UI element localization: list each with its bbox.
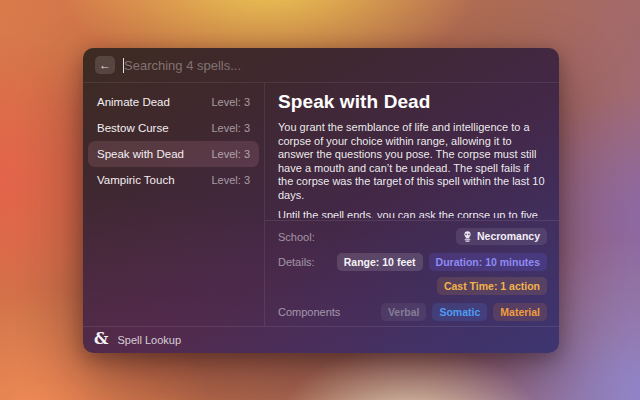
components-label: Components — [278, 303, 340, 318]
range-tag: Range: 10 feet — [337, 253, 423, 271]
content-area: Animate Dead Level: 3 Bestow Curse Level… — [83, 83, 559, 326]
spell-detail-pane: Speak with Dead You grant the semblance … — [265, 83, 559, 326]
spell-level: Level: 3 — [211, 174, 250, 186]
metadata-section: School: Necromancy Details: Range: 10 fe… — [278, 221, 547, 321]
spell-name: Speak with Dead — [97, 148, 184, 160]
school-value: Necromancy — [477, 230, 540, 242]
spell-list: Animate Dead Level: 3 Bestow Curse Level… — [83, 83, 265, 326]
necromancy-icon — [463, 231, 472, 242]
search-input[interactable] — [115, 58, 547, 73]
footer-bar: & Spell Lookup — [83, 326, 559, 353]
page-title: Speak with Dead — [278, 91, 547, 113]
arrow-left-icon: ← — [99, 59, 111, 71]
text-caret — [123, 58, 124, 73]
components-tags: Verbal Somatic Material — [381, 303, 547, 321]
back-button[interactable]: ← — [95, 56, 115, 74]
spell-level: Level: 3 — [211, 148, 250, 160]
search-field — [115, 48, 547, 82]
school-label: School: — [278, 228, 315, 243]
spell-level: Level: 3 — [211, 96, 250, 108]
app-name: Spell Lookup — [117, 334, 181, 346]
list-item-animate-dead[interactable]: Animate Dead Level: 3 — [88, 89, 259, 115]
spell-name: Vampiric Touch — [97, 174, 175, 186]
spell-name: Bestow Curse — [97, 122, 169, 134]
details-label: Details: — [278, 253, 315, 268]
school-tag: Necromancy — [456, 228, 547, 245]
components-row: Components Verbal Somatic Material — [278, 303, 547, 321]
details-tags: Range: 10 feet Duration: 10 minutes Cast… — [337, 253, 547, 295]
details-row: Details: Range: 10 feet Duration: 10 min… — [278, 253, 547, 295]
cast-time-tag: Cast Time: 1 action — [437, 277, 547, 295]
list-item-vampiric-touch[interactable]: Vampiric Touch Level: 3 — [88, 167, 259, 193]
list-item-bestow-curse[interactable]: Bestow Curse Level: 3 — [88, 115, 259, 141]
list-item-speak-with-dead[interactable]: Speak with Dead Level: 3 — [88, 141, 259, 167]
spell-lookup-window: ← Animate Dead Level: 3 Bestow Curse Lev… — [83, 48, 559, 353]
spell-level: Level: 3 — [211, 122, 250, 134]
dnd-ampersand-icon: & — [94, 331, 108, 347]
spell-name: Animate Dead — [97, 96, 170, 108]
school-row: School: Necromancy — [278, 228, 547, 245]
somatic-tag: Somatic — [432, 303, 487, 321]
duration-tag: Duration: 10 minutes — [429, 253, 547, 271]
search-bar: ← — [83, 48, 559, 83]
spell-description[interactable]: You grant the semblance of life and inte… — [278, 121, 547, 218]
description-paragraph: You grant the semblance of life and inte… — [278, 121, 547, 202]
description-paragraph: Until the spell ends, you can ask the co… — [278, 209, 547, 218]
material-tag: Material — [493, 303, 547, 321]
verbal-tag: Verbal — [381, 303, 427, 321]
